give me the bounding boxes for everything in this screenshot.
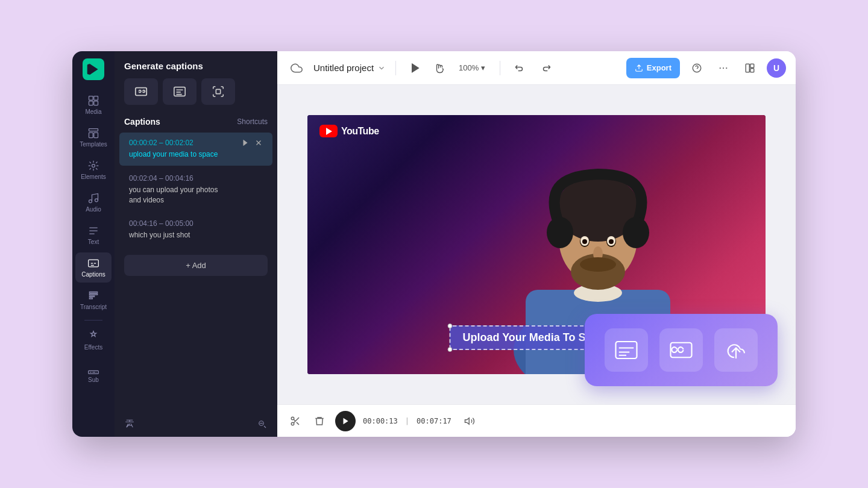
caption-text-2: you can upload your photosand videos — [129, 185, 263, 205]
svg-rect-0 — [88, 65, 90, 74]
caption-item-2-header: 00:02:04 – 00:04:16 — [129, 174, 263, 183]
panel-icon-row — [115, 78, 277, 112]
app-logo[interactable] — [83, 58, 104, 80]
current-time: 00:00:13 — [363, 417, 398, 425]
project-name: Untitled project — [313, 63, 374, 73]
export-btn[interactable]: Export — [626, 58, 680, 78]
svg-rect-23 — [746, 64, 749, 72]
panel-title: Generate captions — [115, 51, 277, 78]
sidebar-item-templates-label: Templates — [80, 141, 107, 148]
caption-time-3: 00:04:16 – 00:05:00 — [129, 219, 193, 228]
caption-item-1[interactable]: 00:00:02 – 00:02:02 upload your media to… — [119, 133, 272, 166]
add-caption-btn[interactable]: + Add — [124, 255, 268, 276]
caption-item-3[interactable]: 00:04:16 – 00:05:00 which you just shot — [119, 213, 272, 246]
zoom-value: 100% — [459, 63, 479, 72]
popup-upload-cloud-icon — [714, 328, 758, 372]
captions-panel: Generate captions Captions Shortcuts 00:… — [115, 51, 277, 437]
shortcuts-btn[interactable]: Shortcuts — [237, 117, 268, 126]
svg-point-9 — [89, 200, 92, 203]
youtube-logo: YouTube — [319, 125, 379, 137]
translate-icon[interactable] — [124, 419, 135, 430]
timeline-delete-btn[interactable] — [311, 413, 328, 430]
topbar-divider-2 — [500, 61, 500, 75]
caption-time-2: 00:02:04 – 00:04:16 — [129, 174, 193, 183]
caption-item-1-actions — [241, 139, 263, 147]
sidebar-item-text-label: Text — [88, 239, 99, 245]
caption-style-sub-btn[interactable] — [163, 78, 197, 105]
project-dropdown-icon — [377, 64, 386, 72]
sidebar-item-effects[interactable]: Effects — [75, 325, 112, 355]
sidebar-item-media[interactable]: Media — [75, 90, 112, 120]
caption-time-1: 00:00:02 – 00:02:02 — [129, 139, 193, 147]
sidebar-item-captions[interactable]: Captions — [75, 252, 112, 283]
cloud-save-btn[interactable] — [287, 58, 306, 78]
caption-text-3: which you just shot — [129, 230, 263, 240]
caption-text-1: upload your media to space — [129, 149, 263, 160]
sidebar-item-transcript[interactable]: Transcript — [75, 285, 112, 315]
topbar-divider-1 — [395, 61, 396, 75]
sidebar-item-elements[interactable]: Elements — [75, 155, 112, 185]
caption-style-cc-btn[interactable] — [124, 78, 158, 105]
playback-controls: 100% ▾ — [406, 58, 490, 78]
topbar: Untitled project 100% ▾ — [277, 51, 796, 85]
youtube-text: YouTube — [341, 126, 379, 137]
svg-point-40 — [609, 239, 614, 244]
redo-btn[interactable] — [536, 58, 556, 78]
caption-style-detect-btn[interactable] — [201, 78, 235, 105]
play-mode-btn[interactable] — [406, 58, 425, 78]
sidebar-item-effects-label: Effects — [84, 344, 102, 351]
layout-toggle-btn[interactable] — [740, 58, 760, 78]
svg-marker-48 — [465, 418, 469, 424]
svg-rect-25 — [750, 68, 754, 72]
svg-rect-2 — [94, 96, 98, 101]
svg-point-10 — [95, 199, 98, 202]
anchor-bl — [447, 347, 452, 352]
hand-tool-btn[interactable] — [430, 58, 449, 78]
svg-rect-11 — [89, 260, 99, 267]
sidebar-item-templates[interactable]: Templates — [75, 122, 112, 152]
caption-item-3-header: 00:04:16 – 00:05:00 — [129, 219, 263, 228]
zoom-level-btn[interactable]: 100% ▾ — [454, 58, 490, 78]
sidebar-item-text[interactable]: Text — [75, 220, 112, 250]
total-time: 00:07:17 — [417, 417, 451, 425]
timeline-cut-btn[interactable] — [287, 413, 304, 430]
svg-point-46 — [291, 422, 294, 425]
volume-btn[interactable] — [461, 413, 478, 430]
more-options-btn[interactable] — [714, 58, 733, 78]
anchor-tl — [447, 324, 452, 328]
panel-section-header: Captions Shortcuts — [115, 112, 277, 131]
sidebar-item-audio[interactable]: Audio — [75, 187, 112, 217]
caption-item-2[interactable]: 00:02:04 – 00:04:16 you can upload your … — [119, 168, 272, 211]
youtube-icon — [319, 125, 338, 137]
svg-point-33 — [547, 217, 573, 248]
timeline-bar: 00:00:13 | 00:07:17 — [277, 404, 796, 437]
svg-point-45 — [291, 417, 294, 420]
svg-point-39 — [582, 239, 587, 244]
project-name-area[interactable]: Untitled project — [313, 63, 386, 73]
panel-footer — [115, 411, 277, 437]
sidebar-item-transcript-label: Transcript — [80, 304, 107, 310]
caption-delete-icon[interactable] — [254, 139, 263, 147]
svg-marker-16 — [244, 140, 248, 146]
help-btn[interactable] — [687, 58, 706, 78]
caption-play-icon[interactable] — [241, 139, 250, 147]
sidebar-divider — [84, 320, 102, 321]
captions-label: Captions — [124, 117, 160, 127]
generate-captions-popup — [585, 314, 778, 386]
sidebar-item-subtitles[interactable]: Sub — [75, 358, 112, 388]
svg-point-34 — [623, 217, 649, 248]
timeline-play-btn[interactable] — [335, 411, 356, 431]
youtube-play-icon — [326, 128, 332, 135]
export-label: Export — [647, 63, 671, 72]
svg-rect-6 — [89, 133, 93, 137]
svg-point-21 — [723, 67, 724, 68]
main-area: Untitled project 100% ▾ — [277, 51, 796, 437]
svg-rect-1 — [89, 96, 93, 101]
zoom-chevron-icon: ▾ — [481, 63, 485, 72]
search-in-captions-icon[interactable] — [257, 419, 268, 430]
svg-rect-24 — [750, 64, 754, 67]
avatar[interactable]: U — [767, 58, 786, 78]
popup-subtitles-icon — [605, 328, 648, 372]
svg-rect-5 — [89, 129, 98, 131]
undo-btn[interactable] — [510, 58, 529, 78]
